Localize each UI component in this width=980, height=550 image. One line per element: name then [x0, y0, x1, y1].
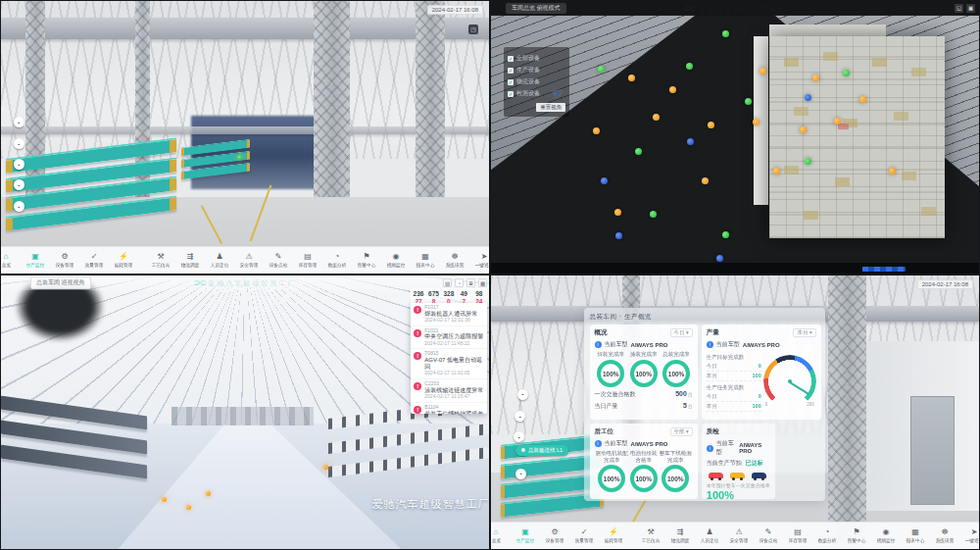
view-3d-hall[interactable]: 2024-02-17 16:08 ◳ ▪▪▪▪▪ ⌂总览▣生产监控⚙设备管理✓质… [0, 0, 490, 275]
layer-item[interactable]: ✓检测设备 [508, 89, 565, 98]
nav-inventory[interactable]: ▤库存管理 [787, 527, 808, 544]
nav-reports[interactable]: ▦报表中心 [905, 527, 926, 544]
window-button[interactable]: ◱ [955, 4, 963, 13]
nav-safety[interactable]: ⚠安全管理 [238, 252, 260, 269]
nav-video[interactable]: ◉视频监控 [875, 527, 897, 544]
device-dot-o[interactable] [760, 68, 766, 75]
nav-logistics[interactable]: ⇶物流调度 [179, 252, 201, 269]
window-button[interactable]: ▤ [443, 278, 452, 287]
nav-energy[interactable]: ⚡能耗管理 [603, 527, 624, 544]
nav-equipment[interactable]: ⚙设备管理 [54, 252, 75, 269]
device-dot-o[interactable] [708, 122, 714, 128]
nav-process-sim[interactable]: ⚒工艺仿真 [150, 252, 172, 269]
device-dot-o[interactable] [323, 465, 328, 470]
nav-settings[interactable]: ☸系统设置 [444, 252, 466, 269]
device-dot-o[interactable] [628, 75, 635, 81]
poi-badge[interactable]: ▪ [517, 389, 528, 400]
nav-quality[interactable]: ✓质量管理 [83, 252, 105, 269]
window-button[interactable]: ▣ [966, 4, 975, 13]
view-mode-pill[interactable]: 总装车间 巡视视角 [30, 276, 91, 289]
alarm-item[interactable]: !F1017焊装机器人通讯异常2024-02-17 12:01:36 [411, 303, 486, 326]
device-dot-o[interactable] [702, 177, 709, 184]
device-dot-o[interactable] [593, 127, 600, 134]
device-dot-o[interactable] [753, 119, 760, 125]
nav-production-monitor[interactable]: ▣生产监控 [24, 252, 46, 269]
layer-item[interactable]: ✓物流设备 [508, 77, 565, 86]
output-dropdown[interactable]: 本月 ▾ [793, 328, 815, 337]
nav-quality[interactable]: ✓质量管理 [573, 527, 595, 544]
nav-overview[interactable]: ⌂总览 [490, 527, 507, 544]
toolbar-item-label: 系统设置 [446, 263, 465, 269]
nav-logistics[interactable]: ⇶物流调度 [669, 527, 691, 544]
device-dot-b[interactable] [687, 138, 694, 145]
minimap-toggle-button[interactable]: ◳ [468, 25, 478, 34]
reset-view-button[interactable]: 重置视角 [536, 103, 565, 112]
window-button[interactable]: ▦ [478, 278, 487, 287]
device-dot-g[interactable] [722, 231, 729, 238]
nav-personnel[interactable]: ♟人员定位 [699, 527, 720, 544]
device-dot-o[interactable] [669, 86, 676, 93]
device-dot-b[interactable] [716, 255, 723, 262]
view-corridor[interactable]: 总装车间 巡视视角 ⊃⊂ 爱驰汽车超级智慧工厂 ▤◔⊞▦ 23627675832… [0, 275, 490, 550]
line-tag[interactable]: 总装输送线 L1 [515, 445, 568, 456]
alarm-item[interactable]: !F1021中央空调压力超限报警2024-02-17 11:48:22 [411, 326, 486, 350]
view-map-topdown[interactable]: ➤ 车间总览 俯视模式 ◱▣ ⊃⊂ 爱驰汽车超级智慧工厂 ✓全部设备✓生产设备✓… [490, 0, 980, 275]
alarm-list-panel[interactable]: !F1017焊装机器人通讯异常2024-02-17 12:01:36!F1021… [411, 303, 486, 414]
nav-reports[interactable]: ▦报表中心 [415, 252, 436, 269]
alarm-item[interactable]: !B1104总装工位螺栓拧紧超差2024-02-17 10:58:13 [411, 403, 486, 414]
device-dot-g[interactable] [722, 30, 729, 37]
nav-process-sim[interactable]: ⚒工艺仿真 [640, 527, 662, 544]
device-dot-g[interactable] [635, 148, 642, 155]
poi-badge[interactable]: ▪ [14, 179, 24, 190]
mini-toolbar[interactable] [862, 267, 906, 272]
device-dot-o[interactable] [653, 114, 660, 121]
device-dot-o[interactable] [614, 209, 621, 216]
donut-label: 驱动电机装配完成率 [596, 450, 628, 463]
alarm-item[interactable]: !T0815AGV-07 低电量自动返回2024-02-17 11:32:05 [411, 349, 486, 379]
device-dot-b[interactable] [601, 177, 608, 184]
overview-dropdown[interactable]: 今日 ▾ [670, 328, 693, 337]
nav-equipment[interactable]: ⚙设备管理 [544, 527, 565, 544]
nav-inventory[interactable]: ▤库存管理 [297, 252, 318, 269]
device-dot-g[interactable] [843, 70, 850, 76]
nav-safety[interactable]: ⚠安全管理 [728, 527, 750, 544]
nav-inspection[interactable]: ✎设备点检 [758, 527, 779, 544]
nav-patrol[interactable]: ➤一键巡检 [473, 252, 490, 269]
toolbar-item-label: 质量管理 [85, 263, 104, 269]
view-mode-pill[interactable]: 车间总览 俯视模式 [506, 3, 566, 14]
nav-personnel[interactable]: ♟人员定位 [209, 252, 230, 269]
alarm-item[interactable]: !C2203涂装线输送链速度异常2024-02-17 11:15:47 [411, 379, 486, 403]
nav-energy[interactable]: ⚡能耗管理 [113, 252, 134, 269]
stations-dropdown[interactable]: 全部 ▾ [670, 427, 693, 436]
nav-settings[interactable]: ☸系统设置 [934, 527, 956, 544]
device-dot-o[interactable] [834, 118, 841, 125]
device-dot-g[interactable] [650, 211, 657, 218]
device-dot-g[interactable] [805, 158, 811, 165]
view-3d-dashboard[interactable]: 2024-02-17 16:08 ▪▪▪▪ 总装输送线 L1 总装车间 · 生产… [490, 275, 980, 550]
window-button[interactable]: ⊞ [466, 278, 475, 287]
nav-logistics-icon: ⇶ [187, 252, 194, 261]
nav-analytics[interactable]: ◔数据分析 [326, 252, 348, 269]
device-dot-o[interactable] [812, 75, 819, 81]
nav-production-monitor[interactable]: ▣生产监控 [514, 527, 536, 544]
nav-alarm-center[interactable]: ⚑告警中心 [356, 252, 377, 269]
device-dot-g[interactable] [745, 98, 752, 105]
equipment-clusters [784, 58, 799, 67]
nav-video[interactable]: ◉视频监控 [385, 252, 407, 269]
device-dot-b[interactable] [615, 232, 622, 239]
device-dot-g[interactable] [686, 63, 693, 70]
gauge-max-label: 200 [807, 402, 814, 407]
layer-item[interactable]: ✓生产设备 [508, 66, 565, 75]
nav-inspection[interactable]: ✎设备点检 [268, 252, 289, 269]
poi-badge[interactable]: ▪ [14, 117, 24, 127]
nav-alarm-center[interactable]: ⚑告警中心 [846, 527, 867, 544]
layer-item[interactable]: ✓全部设备 [508, 54, 565, 63]
nav-patrol[interactable]: ➤一键巡检 [963, 527, 980, 544]
window-button[interactable]: ◔ [455, 278, 464, 287]
car-icon [730, 473, 745, 478]
nav-analytics[interactable]: ◔数据分析 [816, 527, 838, 544]
kpi-unit: 台 [688, 403, 693, 409]
nav-overview[interactable]: ⌂总览 [0, 252, 17, 269]
device-dot-o[interactable] [773, 168, 780, 175]
device-dot-o[interactable] [800, 126, 807, 133]
